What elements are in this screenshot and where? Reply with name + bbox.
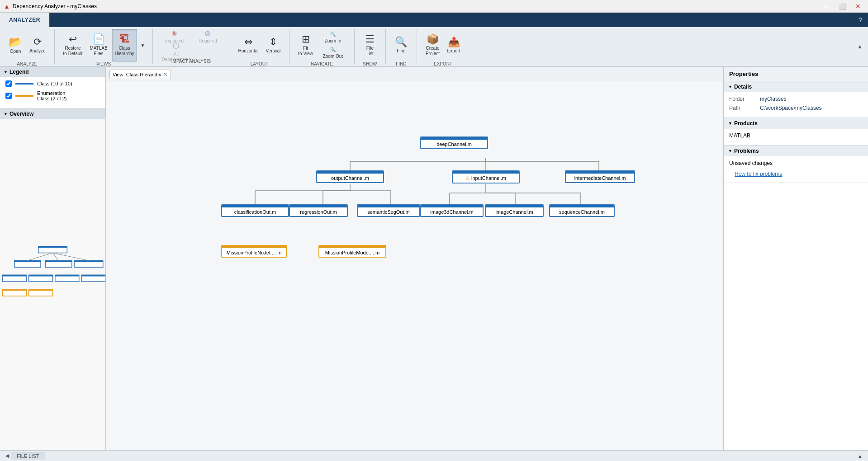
open-button[interactable]: 📂 Open	[5, 29, 25, 61]
node-imagechannel[interactable]: imageChannel.m	[485, 204, 544, 217]
products-section-title: Products	[734, 120, 758, 127]
required-icon: ◎	[205, 29, 210, 37]
tab-spacer	[50, 13, 854, 27]
details-collapse-icon: ▼	[728, 85, 732, 89]
analyze-button[interactable]: ⟳ Analyze	[26, 29, 49, 61]
node-classificationout[interactable]: classificationOut.m	[221, 204, 289, 217]
file-list-icon: ☰	[365, 34, 375, 44]
fit-to-view-icon: ⊞	[302, 34, 310, 44]
zoom-in-button[interactable]: 🔍 Zoom In	[317, 30, 349, 45]
view-tag-close-button[interactable]: ✕	[163, 71, 168, 78]
node-missionprofilenojet-label: MissionProfileNoJet.... m	[227, 250, 282, 255]
legend-title: Legend	[9, 69, 29, 75]
tab-analyzer[interactable]: ANALYZER	[0, 13, 50, 27]
file-list-tab[interactable]: FILE LIST	[11, 452, 45, 460]
minimize-button[interactable]: —	[820, 2, 833, 11]
export-icon: 📤	[448, 37, 460, 47]
class-hierarchy-button[interactable]: 🏗 ClassHierarchy	[112, 29, 138, 61]
node-intermediatechannel-label: intermediateChannel.m	[574, 175, 626, 181]
toolbar-section-analyze: 📂 Open ⟳ Analyze ANALYZE	[0, 29, 55, 64]
legend-section: ▼ Legend Class (10 of 10) EnumerationCla…	[0, 67, 105, 109]
zoom-out-button[interactable]: 🔍 Zoom Out	[317, 46, 349, 60]
help-button[interactable]: ?	[854, 13, 868, 27]
node-outputchannel[interactable]: outputChannel.m	[316, 170, 384, 183]
problems-section-title: Problems	[734, 148, 759, 154]
node-classificationout-header	[222, 205, 288, 207]
legend-item-enumeration: EnumerationClass (2 of 2)	[5, 90, 100, 101]
file-list-button[interactable]: ☰ FileList	[360, 29, 380, 61]
title-bar-controls: — ⬜ ✕	[820, 2, 864, 11]
close-button[interactable]: ✕	[852, 2, 864, 11]
views-dropdown-button[interactable]: ▼	[138, 29, 147, 61]
zoom-in-icon: 🔍	[330, 32, 336, 37]
toolbar-collapse-btn[interactable]: ▲	[857, 43, 864, 50]
vertical-button[interactable]: ⇕ Vertical	[263, 29, 284, 61]
horizontal-button[interactable]: ⇔ Horizontal	[235, 29, 261, 61]
node-deepchannel[interactable]: deepChannel.m	[420, 136, 488, 149]
props-row-matlab: MATLAB	[729, 132, 863, 139]
node-semanticsegout[interactable]: semanticSegOut.m	[357, 204, 420, 217]
details-section-header[interactable]: ▼ Details	[724, 81, 868, 92]
how-to-fix-link[interactable]: How to fix problems	[729, 169, 863, 179]
maximize-button[interactable]: ⬜	[835, 2, 850, 11]
overview-section: ▼ Overview	[0, 109, 105, 450]
title-bar-left: ▲ Dependency Analyzer - myClasses	[4, 3, 97, 10]
node-sequencechannel[interactable]: sequenceChannel.m	[549, 204, 615, 217]
problems-section: ▼ Problems Unsaved changes How to fix pr…	[724, 146, 868, 183]
all-dependencies-button[interactable]: ⬡ AllDependencies	[158, 44, 194, 59]
required-button[interactable]: ◎ Required	[192, 29, 223, 43]
layout-wrapper: ⇔ Horizontal ⇕ Vertical LAYOUT	[233, 29, 285, 64]
node-image3dchannel-header	[421, 205, 483, 207]
legend-collapse-icon: ▼	[4, 70, 8, 74]
bottom-bar: ◀ FILE LIST ▲	[0, 450, 868, 461]
diagram-canvas[interactable]: deepChannel.m outputChannel.m inputChann…	[106, 82, 723, 450]
scroll-left-icon[interactable]: ◀	[4, 453, 11, 459]
navigate-tools: ⊞ Fitto View 🔍 Zoom In 🔍 Zoom Out	[293, 29, 351, 61]
find-button[interactable]: 🔍 Find	[391, 29, 411, 61]
toolbar-section-impact: ◉ Impacted ◎ Required ⬡ AllDependencies …	[153, 29, 229, 64]
node-regressionout[interactable]: regressionOut.m	[289, 204, 348, 217]
diagram-svg	[106, 82, 723, 450]
views-wrapper: ↩ Restoreto Default 📄 MATLABFiles 🏗 Clas…	[58, 29, 149, 64]
products-section: ▼ Products MATLAB	[724, 118, 868, 146]
overview-header[interactable]: ▼ Overview	[0, 109, 105, 119]
fit-to-view-button[interactable]: ⊞ Fitto View	[295, 29, 316, 61]
all-deps-icon: ⬡	[173, 42, 179, 50]
node-inputchannel[interactable]: inputChannel.m	[452, 170, 520, 183]
vertical-icon: ⇕	[269, 37, 277, 47]
create-project-button[interactable]: 📦 CreateProject	[422, 29, 443, 61]
matlab-files-button[interactable]: 📄 MATLABFiles	[86, 29, 110, 61]
legend-header[interactable]: ▼ Legend	[0, 67, 105, 77]
svg-rect-7	[74, 261, 103, 262]
analyze-icon: ⟳	[33, 37, 42, 47]
props-row-path: Path C:\workSpace\myClasses	[729, 105, 863, 111]
svg-rect-11	[29, 275, 53, 276]
toolbar-section-find: 🔍 Find FIND	[386, 29, 417, 64]
export-button[interactable]: 📤 Export	[444, 29, 464, 61]
node-missionprofilenojet[interactable]: MissionProfileNoJet.... m	[221, 245, 287, 258]
legend-content: Class (10 of 10) EnumerationClass (2 of …	[0, 77, 105, 108]
folder-value: myClasses	[760, 96, 787, 102]
problems-section-header[interactable]: ▼ Problems	[724, 146, 868, 156]
node-missionprofilemode[interactable]: MissionProfileMode.... m	[318, 245, 386, 258]
svg-rect-3	[14, 261, 41, 262]
impacted-icon: ◉	[171, 29, 177, 37]
toolbar-section-layout: ⇔ Horizontal ⇕ Vertical LAYOUT	[229, 29, 289, 64]
show-tools: ☰ FileList	[358, 29, 382, 61]
legend-class-color	[15, 83, 33, 85]
products-section-header[interactable]: ▼ Products	[724, 118, 868, 129]
legend-enum-checkbox[interactable]	[5, 93, 12, 99]
open-icon: 📂	[9, 37, 22, 47]
toolbar: 📂 Open ⟳ Analyze ANALYZE ↩ Restoreto Def…	[0, 27, 868, 67]
bottom-nav-left: ◀	[4, 453, 11, 459]
node-intermediatechannel[interactable]: intermediateChannel.m	[565, 170, 635, 183]
restore-default-button[interactable]: ↩ Restoreto Default	[60, 29, 86, 61]
matlab-product-label: MATLAB	[729, 132, 750, 139]
overview-canvas	[0, 119, 105, 450]
node-image3dchannel[interactable]: image3dChannel.m	[420, 204, 484, 217]
unsaved-changes-label: Unsaved changes	[729, 160, 773, 166]
find-icon: 🔍	[395, 37, 407, 47]
folder-key: Folder	[729, 96, 756, 102]
legend-class-checkbox[interactable]	[5, 80, 12, 87]
scroll-up-icon[interactable]: ▲	[856, 453, 864, 459]
